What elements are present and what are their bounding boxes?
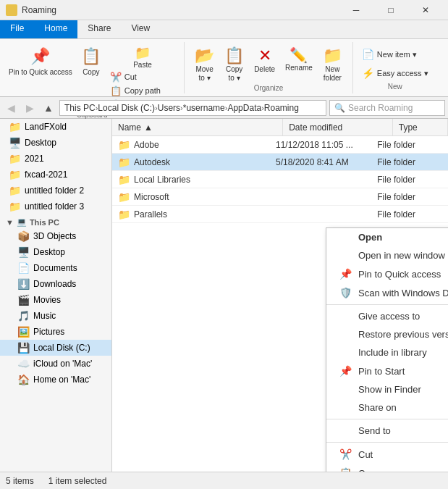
- file-list-area: Name ▲ Date modified Type 📁 Adobe 11/12/…: [112, 119, 448, 472]
- sidebar: 📁 LandFXold 🖥️ Desktop 📁 2021 📁 fxcad-20…: [0, 119, 112, 472]
- sidebar-item-desktop[interactable]: 🖥️ Desktop: [0, 244, 111, 260]
- sidebar-item-downloads[interactable]: ⬇️ Downloads: [0, 276, 111, 292]
- ctx-pin-start-label: Pin to Start: [358, 366, 405, 377]
- ctx-pin-start[interactable]: 📌 Pin to Start: [326, 361, 448, 380]
- address-box[interactable]: This PC › Local Disk (C:) › Users › *use…: [59, 100, 326, 116]
- col-header-type[interactable]: Type: [393, 119, 448, 135]
- title-bar: Roaming ─ □ ✕: [0, 0, 448, 20]
- file-cell-date: 5/18/2020 8:41 AM: [270, 157, 371, 167]
- ctx-pin-quick-access[interactable]: 📌 Pin to Quick access: [326, 264, 448, 283]
- copy-label: Copy: [83, 68, 99, 76]
- new-folder-button[interactable]: 📁 Newfolder: [318, 43, 347, 84]
- sidebar-item-untitled2[interactable]: 📁 untitled folder 2: [0, 183, 111, 198]
- sidebar-item-untitled3[interactable]: 📁 untitled folder 3: [0, 198, 111, 214]
- sidebar-item-2021[interactable]: 📁 2021: [0, 151, 111, 167]
- rename-button[interactable]: ✏️ Rename: [281, 43, 317, 84]
- ctx-open-new-window[interactable]: Open in new window: [326, 246, 448, 264]
- easy-access-icon: ⚡: [362, 67, 374, 79]
- minimize-button[interactable]: ─: [339, 0, 373, 20]
- ctx-show-finder[interactable]: Show in Finder: [326, 380, 448, 398]
- local-disk-icon: 💾: [17, 342, 29, 354]
- sidebar-item-home-mac[interactable]: 🏠 Home on 'Mac': [0, 372, 111, 388]
- sidebar-item-music[interactable]: 🎵 Music: [0, 308, 111, 324]
- folder-icon: 📁: [9, 201, 20, 212]
- col-header-name[interactable]: Name ▲: [112, 119, 283, 135]
- ctx-copy-icon: 📋: [338, 467, 352, 472]
- folder-icon: 📁: [118, 191, 130, 203]
- copy-path-button[interactable]: 📋 Copy path: [107, 84, 178, 97]
- ctx-cut[interactable]: ✂️ Cut: [326, 445, 448, 464]
- paste-button[interactable]: 📁 Paste: [107, 43, 178, 70]
- ribbon-group-organize: 📂 Moveto ▾ 📋 Copyto ▾ ✕ Delete ✏️ Rename…: [185, 42, 353, 93]
- sidebar-item-fxcad[interactable]: 📁 fxcad-2021: [0, 167, 111, 183]
- address-users: Users: [158, 103, 180, 113]
- tab-file[interactable]: File: [0, 20, 34, 38]
- search-box[interactable]: 🔍 Search Roaming: [329, 100, 445, 116]
- forward-button[interactable]: ▶: [22, 100, 38, 116]
- paste-icon: 📁: [134, 45, 151, 61]
- tab-share[interactable]: Share: [77, 20, 121, 38]
- folder-icon: 📁: [9, 169, 20, 180]
- new-folder-label: Newfolder: [324, 65, 342, 83]
- this-pc-label: This PC: [30, 218, 59, 227]
- this-pc-header[interactable]: ▼ 💻 This PC: [0, 214, 111, 228]
- back-button[interactable]: ◀: [3, 100, 19, 116]
- new-item-button[interactable]: 📄 New item ▾: [359, 46, 420, 62]
- 3d-icon: 📦: [17, 230, 29, 242]
- file-row-local-libraries[interactable]: 📁 Local Libraries File folder: [112, 171, 448, 188]
- sidebar-item-desktop-quick[interactable]: 🖥️ Desktop: [0, 135, 111, 151]
- up-button[interactable]: ▲: [41, 100, 56, 116]
- ribbon-group-clipboard: 📌 Pin to Quick access 📋 Copy 📁 Paste ✂️ …: [0, 42, 185, 93]
- move-to-icon: 📂: [195, 46, 214, 65]
- sidebar-item-pictures[interactable]: 🖼️ Pictures: [0, 324, 111, 340]
- copy-button[interactable]: 📋 Copy: [77, 43, 106, 84]
- tab-view[interactable]: View: [121, 20, 160, 38]
- file-row-autodesk[interactable]: 📁 Autodesk 5/18/2020 8:41 AM File folder: [112, 154, 448, 171]
- ctx-open[interactable]: Open: [326, 228, 448, 246]
- sidebar-item-3d-objects[interactable]: 📦 3D Objects: [0, 228, 111, 244]
- sidebar-item-icloud[interactable]: ☁️ iCloud on 'Mac': [0, 356, 111, 372]
- copy-to-button[interactable]: 📋 Copyto ▾: [220, 43, 248, 84]
- address-roaming: Roaming: [264, 103, 299, 113]
- ctx-restore-label: Restore previous versions: [358, 329, 448, 340]
- file-row-parallels[interactable]: 📁 Parallels File folder: [112, 206, 448, 223]
- main-area: 📁 LandFXold 🖥️ Desktop 📁 2021 📁 fxcad-20…: [0, 119, 448, 472]
- delete-button[interactable]: ✕ Delete: [250, 43, 279, 84]
- folder-icon: 📁: [9, 185, 20, 196]
- move-to-button[interactable]: 📂 Moveto ▾: [190, 43, 219, 84]
- file-cell-name: 📁 Autodesk: [112, 156, 270, 168]
- sidebar-item-label: Downloads: [33, 279, 76, 289]
- ctx-access-label: Give access to: [358, 311, 420, 322]
- maximize-button[interactable]: □: [374, 0, 407, 20]
- rename-icon: ✏️: [289, 46, 308, 64]
- pin-label: Pin to Quick access: [9, 68, 72, 77]
- ctx-restore-previous[interactable]: Restore previous versions: [326, 325, 448, 343]
- context-menu: Open Open in new window 📌 Pin to Quick a…: [326, 227, 448, 472]
- close-button[interactable]: ✕: [409, 0, 442, 20]
- ctx-include-library[interactable]: Include in library: [326, 343, 448, 361]
- ctx-share-on[interactable]: Share on: [326, 398, 448, 417]
- file-row-microsoft[interactable]: 📁 Microsoft File folder: [112, 188, 448, 206]
- address-this-pc: This PC: [64, 103, 96, 113]
- ctx-send-to[interactable]: Send to: [326, 422, 448, 440]
- sidebar-item-local-disk[interactable]: 💾 Local Disk (C:): [0, 340, 111, 356]
- copy-icon: 📋: [80, 45, 103, 68]
- sidebar-item-movies[interactable]: 🎬 Movies: [0, 292, 111, 308]
- folder-icon: 📁: [9, 121, 20, 133]
- address-bar: ◀ ▶ ▲ This PC › Local Disk (C:) › Users …: [0, 97, 448, 119]
- col-header-date[interactable]: Date modified: [283, 119, 393, 135]
- icloud-icon: ☁️: [17, 358, 29, 369]
- easy-access-button[interactable]: ⚡ Easy access ▾: [359, 65, 431, 81]
- tab-home[interactable]: Home: [34, 20, 77, 38]
- cut-button[interactable]: ✂️ Cut: [107, 70, 178, 83]
- ctx-scan-defender[interactable]: 🛡️ Scan with Windows Defender...: [326, 283, 448, 302]
- file-row-adobe[interactable]: 📁 Adobe 11/12/2018 11:05 ... File folder: [112, 136, 448, 154]
- file-cell-name: 📁 Adobe: [112, 139, 270, 151]
- pin-quick-access-button[interactable]: 📌 Pin to Quick access: [6, 43, 75, 84]
- ctx-give-access[interactable]: Give access to: [326, 307, 448, 325]
- home-mac-icon: 🏠: [17, 374, 29, 385]
- sidebar-item-landfxold[interactable]: 📁 LandFXold: [0, 119, 111, 135]
- ctx-pin-start-icon: 📌: [338, 365, 352, 377]
- ctx-copy[interactable]: 📋 Copy: [326, 464, 448, 472]
- sidebar-item-documents[interactable]: 📄 Documents: [0, 260, 111, 276]
